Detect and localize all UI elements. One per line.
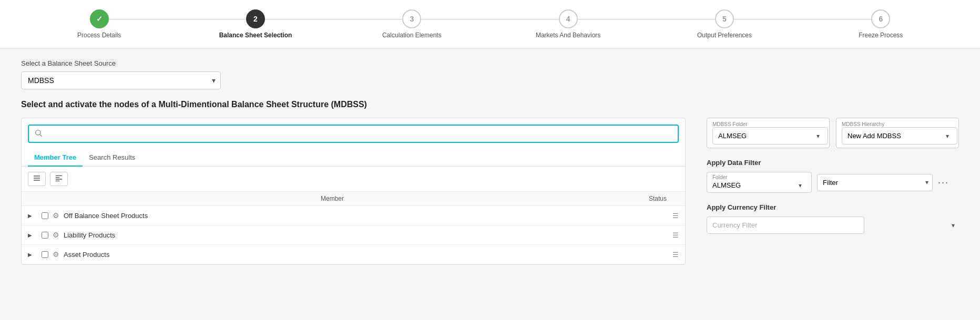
search-box[interactable]: [28, 125, 679, 143]
filter-select[interactable]: Filter: [817, 174, 933, 191]
filter-folder-select-wrapper: ALMSEG ▾: [712, 180, 806, 190]
step-label-4: Markets And Behaviors: [536, 32, 600, 39]
step-6[interactable]: 6 Freeze Process: [803, 9, 959, 39]
right-panel: MDBSS Folder ALMSEG ▾ MDBSS Hierarchy Ne…: [707, 118, 959, 234]
apply-currency-filter-label: Apply Currency Filter: [707, 203, 959, 211]
tree-list-icon-3[interactable]: ☰: [672, 251, 679, 259]
tree-controls: [22, 167, 685, 192]
step-3[interactable]: 3 Calculation Elements: [334, 9, 490, 39]
tree-row: ▶ ⚙ Off Balance Sheet Products ☰: [22, 206, 685, 225]
step-4[interactable]: 4 Markets And Behaviors: [490, 9, 646, 39]
step-label-5: Output Preferences: [697, 32, 752, 39]
filter-folder-wrapper: Folder ALMSEG ▾: [707, 172, 812, 193]
step-circle-2: 2: [246, 9, 265, 28]
mdbss-hierarchy-select[interactable]: New Add MDBSS: [842, 127, 957, 144]
tree-node-label-2: Liability Products: [64, 231, 672, 239]
step-circle-5: 5: [715, 9, 734, 28]
stepper-bar: ✓ Process Details 2 Balance Sheet Select…: [0, 0, 980, 49]
step-label-6: Freeze Process: [859, 32, 903, 39]
mdbss-folder-label: MDBSS Folder: [712, 121, 824, 127]
step-circle-3: 3: [402, 9, 421, 28]
tree-row-checkbox-1[interactable]: [42, 212, 48, 219]
filter-folder-select[interactable]: ALMSEG: [712, 180, 797, 190]
filter-row: Folder ALMSEG ▾ Filter ▾: [707, 172, 959, 193]
search-icon: [34, 129, 43, 139]
tree-row: ▶ ⚙ Asset Products ☰: [22, 245, 685, 264]
tree-node-icon-1: ⚙: [53, 211, 59, 220]
mdbss-folder-select-wrapper: ALMSEG ▾: [712, 127, 824, 144]
tree-expand-icon-3[interactable]: ▶: [28, 252, 37, 257]
tree-expand-icon-2[interactable]: ▶: [28, 232, 37, 238]
more-options-button[interactable]: ···: [938, 177, 949, 188]
tree-list-icon-2[interactable]: ☰: [672, 231, 679, 239]
currency-filter-arrow: ▾: [952, 222, 955, 229]
tree-node-icon-3: ⚙: [53, 250, 59, 259]
tree-row: ▶ ⚙ Liability Products ☰: [22, 225, 685, 245]
step-5[interactable]: 5 Output Preferences: [646, 9, 802, 39]
balance-sheet-source-label: Select a Balance Sheet Source: [21, 59, 959, 67]
section-heading: Select and activate the nodes of a Multi…: [21, 100, 959, 109]
mdbss-hierarchy-select-wrapper: New Add MDBSS ▾: [842, 127, 953, 144]
tab-member-tree[interactable]: Member Tree: [28, 149, 83, 167]
tab-search-results[interactable]: Search Results: [83, 149, 141, 167]
step-label-1: Process Details: [77, 32, 121, 39]
col-status-header: Status: [637, 195, 679, 202]
mdbss-folder-select[interactable]: ALMSEG: [712, 127, 828, 144]
tree-node-label-3: Asset Products: [64, 251, 672, 259]
apply-data-filter-group: Apply Data Filter Folder ALMSEG ▾: [707, 159, 959, 193]
mdbss-hierarchy-item: MDBSS Hierarchy New Add MDBSS ▾: [836, 118, 959, 148]
currency-filter-select[interactable]: Currency Filter: [707, 216, 864, 234]
step-label-2: Balance Sheet Selection: [219, 32, 292, 39]
tree-node-label-1: Off Balance Sheet Products: [64, 212, 672, 220]
tree-expand-icon[interactable]: ▶: [28, 213, 37, 219]
search-input[interactable]: [46, 130, 672, 138]
collapse-all-button[interactable]: [50, 172, 68, 186]
mdbss-hierarchy-label: MDBSS Hierarchy: [842, 121, 953, 127]
tree-row-checkbox-3[interactable]: [42, 251, 48, 258]
two-col-layout: Member Tree Search Results: [21, 118, 959, 265]
main-content: Select a Balance Sheet Source MDBSS ▾ Se…: [0, 49, 980, 275]
tree-node-icon-2: ⚙: [53, 231, 59, 239]
tree-list-icon-1[interactable]: ☰: [672, 212, 679, 220]
tree-header: Member Status: [22, 192, 685, 206]
apply-currency-filter-group: Apply Currency Filter Currency Filter ▾: [707, 203, 959, 234]
balance-sheet-source-wrapper: MDBSS ▾: [21, 71, 221, 89]
filter-folder-label: Folder: [712, 174, 806, 180]
filter-select-wrapper: Filter ▾: [817, 174, 933, 191]
step-1[interactable]: ✓ Process Details: [21, 9, 177, 39]
currency-filter-select-wrapper: Currency Filter ▾: [707, 216, 959, 234]
step-label-3: Calculation Elements: [382, 32, 442, 39]
filter-folder-arrow: ▾: [799, 182, 802, 189]
mdbss-row: MDBSS Folder ALMSEG ▾ MDBSS Hierarchy Ne…: [707, 118, 959, 148]
apply-data-filter-label: Apply Data Filter: [707, 159, 959, 167]
step-circle-6: 6: [871, 9, 890, 28]
svg-point-0: [36, 130, 40, 135]
svg-line-1: [40, 135, 42, 137]
step-circle-4: 4: [559, 9, 578, 28]
mdbss-folder-item: MDBSS Folder ALMSEG ▾: [707, 118, 830, 148]
expand-all-button[interactable]: [28, 172, 46, 186]
step-2[interactable]: 2 Balance Sheet Selection: [177, 9, 333, 39]
balance-sheet-source-select[interactable]: MDBSS: [21, 71, 221, 89]
tree-tabs: Member Tree Search Results: [22, 149, 685, 167]
col-member-header: Member: [28, 195, 637, 202]
left-panel: Member Tree Search Results: [21, 118, 686, 265]
tree-row-checkbox-2[interactable]: [42, 232, 48, 239]
step-circle-1: ✓: [90, 9, 109, 28]
